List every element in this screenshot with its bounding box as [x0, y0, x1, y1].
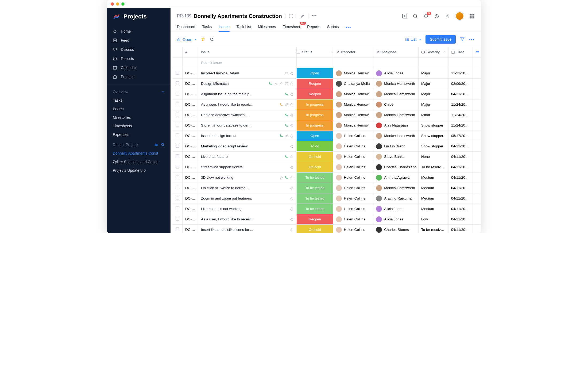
tab-reports[interactable]: Reports: [307, 23, 320, 32]
user-avatar[interactable]: [455, 12, 464, 20]
status-badge[interactable]: On hold: [297, 225, 333, 234]
row-action-icons[interactable]: [285, 124, 294, 127]
issue-title[interactable]: Insert like and dislike icons for ...: [201, 228, 288, 232]
issue-title[interactable]: Replace defective switches. ...: [201, 113, 283, 117]
col-created[interactable]: Crea: [448, 47, 473, 57]
settings-icon[interactable]: [445, 13, 450, 19]
subnav-milestones[interactable]: Milestones: [107, 113, 171, 122]
nav-calendar[interactable]: Calendar: [107, 63, 171, 72]
issue-title[interactable]: Live chat feature: [201, 155, 283, 159]
notification-icon[interactable]: 9: [423, 13, 429, 19]
row-checkbox[interactable]: [176, 113, 179, 116]
issue-title[interactable]: As a user, I would like to receiv...: [201, 217, 288, 221]
favorite-icon[interactable]: [201, 37, 205, 41]
col-settings[interactable]: [473, 47, 481, 57]
status-badge[interactable]: In progress: [297, 100, 333, 110]
more-icon[interactable]: •••: [312, 14, 316, 18]
minimize-window[interactable]: [116, 2, 119, 6]
row-action-icons[interactable]: [290, 197, 294, 200]
table-row[interactable]: DC-I58Streamline support ticketsOn holdH…: [173, 162, 481, 172]
table-row[interactable]: DC-I93Incorrect Invoice DetailsOpenMonic…: [173, 68, 481, 78]
status-badge[interactable]: In progress: [297, 120, 333, 131]
recent-search-icon[interactable]: [161, 143, 165, 147]
info-icon[interactable]: [289, 14, 293, 18]
issue-title[interactable]: 3D view not working: [201, 175, 278, 179]
subnav-tasks[interactable]: Tasks: [107, 96, 171, 105]
issue-title[interactable]: As a user, I would like to receiv...: [201, 102, 278, 106]
nav-feed[interactable]: Feed: [107, 36, 171, 45]
row-checkbox[interactable]: [176, 102, 179, 106]
edit-icon[interactable]: [300, 14, 305, 18]
tabs-more-icon[interactable]: •••: [346, 25, 351, 29]
row-checkbox[interactable]: [176, 71, 179, 75]
row-action-icons[interactable]: [290, 144, 294, 148]
col-reporter[interactable]: Reporter: [333, 47, 373, 57]
tab-task-list[interactable]: Task List: [237, 23, 251, 32]
submit-issue-inline[interactable]: Submit Issue: [201, 61, 222, 65]
status-badge[interactable]: On hold: [297, 152, 333, 162]
close-window[interactable]: [111, 2, 114, 6]
table-row[interactable]: DC-I61Marketing video script reviewTo do…: [173, 141, 481, 151]
status-badge[interactable]: Reopen: [297, 79, 333, 89]
row-checkbox[interactable]: [176, 81, 179, 85]
table-row[interactable]: DC-I59Live chat featureOn holdHelen Coll…: [173, 151, 481, 162]
table-row[interactable]: DC-I553D view not workingTo be testedHel…: [173, 172, 481, 183]
tab-milestones[interactable]: Milestones: [258, 23, 276, 32]
add-icon[interactable]: [402, 13, 407, 19]
row-action-icons[interactable]: [285, 71, 294, 75]
status-badge[interactable]: To be tested: [297, 204, 333, 214]
maximize-window[interactable]: [121, 2, 125, 6]
row-checkbox[interactable]: [176, 186, 179, 189]
row-action-icons[interactable]: [290, 228, 294, 232]
table-row[interactable]: DC-I67Replace defective switches. ...In …: [173, 110, 481, 120]
row-action-icons[interactable]: [279, 103, 294, 106]
table-row[interactable]: DC-I68As a user, I would like to receiv.…: [173, 99, 481, 110]
row-checkbox[interactable]: [176, 196, 179, 200]
row-action-icons[interactable]: [290, 165, 294, 169]
search-icon[interactable]: [413, 13, 418, 19]
tab-sprints[interactable]: Sprints: [327, 23, 339, 32]
col-id[interactable]: #: [183, 47, 198, 57]
row-action-icons[interactable]: [290, 217, 294, 221]
table-row[interactable]: DC-I50Insert like and dislike icons for …: [173, 224, 481, 233]
issue-title[interactable]: Incorrect Invoice Details: [201, 71, 283, 75]
issue-title[interactable]: Design Mismatch: [201, 82, 267, 86]
issue-title[interactable]: Streamline support tickets: [201, 165, 288, 169]
row-action-icons[interactable]: [279, 134, 294, 138]
nav-reports[interactable]: Reports: [107, 54, 171, 63]
table-row[interactable]: DC-I52Like option is not workingTo be te…: [173, 204, 481, 214]
status-badge[interactable]: To be tested: [297, 183, 333, 193]
row-checkbox[interactable]: [176, 133, 179, 137]
row-checkbox[interactable]: [176, 92, 179, 95]
status-badge[interactable]: In progress: [297, 110, 333, 120]
row-action-icons[interactable]: [290, 186, 294, 190]
nav-projects[interactable]: Projects: [107, 72, 171, 81]
recent-project-item[interactable]: Projects Update 8.0: [107, 166, 171, 175]
table-row[interactable]: DC-I51As a user, I would like to receiv.…: [173, 214, 481, 224]
overview-section[interactable]: Overview: [107, 86, 171, 96]
row-checkbox[interactable]: [176, 217, 179, 221]
status-badge[interactable]: Reopen: [297, 89, 333, 99]
row-checkbox[interactable]: [176, 227, 179, 231]
table-row[interactable]: DC-I90Design MismatchReopenChaitanya Mel…: [173, 78, 481, 89]
row-action-icons[interactable]: [285, 113, 294, 117]
status-badge[interactable]: Reopen: [297, 214, 333, 224]
status-badge[interactable]: To be tested: [297, 193, 333, 204]
table-row[interactable]: DC-I66Store it in our database to gen...…: [173, 120, 481, 131]
toolbar-more-icon[interactable]: •••: [469, 37, 475, 41]
view-selector[interactable]: List: [405, 37, 421, 41]
recent-project-item[interactable]: Zylker Solutions and Constr: [107, 158, 171, 166]
timer-icon[interactable]: [434, 13, 439, 19]
recent-project-item[interactable]: Donnelly Apartments Const: [107, 149, 171, 158]
table-row[interactable]: DC-I53Zoom in and zoom out features.To b…: [173, 193, 481, 204]
tab-tasks[interactable]: Tasks: [202, 23, 212, 32]
row-checkbox[interactable]: [176, 165, 179, 169]
col-assignee[interactable]: Assignee: [373, 47, 419, 57]
issue-title[interactable]: Store it in our database to gen...: [201, 123, 283, 127]
row-checkbox[interactable]: [176, 154, 179, 158]
row-checkbox[interactable]: [176, 144, 179, 148]
issue-title[interactable]: Zoom in and zoom out features.: [201, 196, 288, 200]
row-action-icons[interactable]: [285, 155, 294, 159]
subnav-timesheets[interactable]: Timesheets: [107, 122, 171, 130]
refresh-icon[interactable]: [210, 37, 214, 41]
